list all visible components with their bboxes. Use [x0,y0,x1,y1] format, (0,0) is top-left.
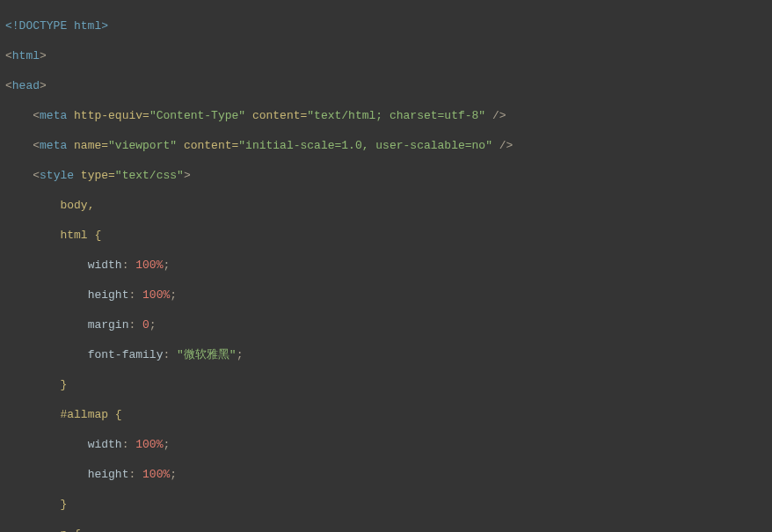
code-line: <meta name="viewport" content="initial-s… [5,138,772,153]
code-line: <style type="text/css"> [5,168,772,183]
code-line: body, [5,198,772,213]
code-line: <head> [5,78,772,93]
doctype: <!DOCTYPE html> [5,19,108,33]
code-line: <html> [5,48,772,63]
code-line: height: 100%; [5,467,772,482]
code-line: } [5,497,772,512]
code-line: margin: 0; [5,317,772,332]
code-line: html { [5,228,772,243]
code-line: } [5,377,772,392]
code-line: font-family: "微软雅黑"; [5,347,772,362]
code-line: #allmap { [5,407,772,422]
code-line: <meta http-equiv="Content-Type" content=… [5,108,772,123]
code-line: width: 100%; [5,437,772,452]
code-line: <!DOCTYPE html> [5,18,772,33]
code-line: p { [5,527,772,532]
code-line: height: 100%; [5,288,772,302]
code-line: width: 100%; [5,258,772,273]
code-editor[interactable]: <!DOCTYPE html> <html> <head> <meta http… [0,0,772,532]
